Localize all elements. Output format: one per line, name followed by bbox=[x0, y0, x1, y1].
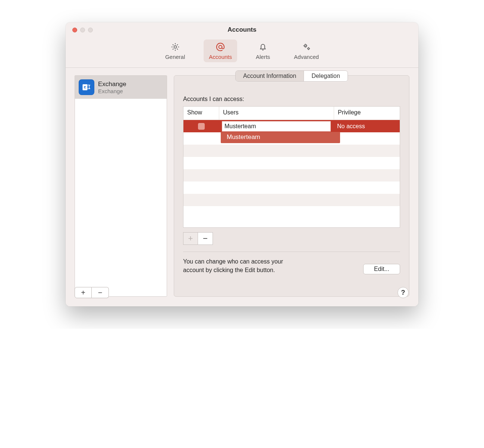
edit-hint-text: You can change who can access your accou… bbox=[183, 257, 283, 274]
delegate-add-remove: + − bbox=[183, 232, 400, 245]
tab-advanced[interactable]: Advanced bbox=[289, 40, 324, 62]
svg-point-3 bbox=[308, 48, 309, 49]
table-row[interactable]: No access bbox=[183, 120, 400, 132]
account-add-remove: + − bbox=[75, 287, 109, 298]
at-sign-icon bbox=[214, 42, 226, 52]
tab-alerts-label: Alerts bbox=[256, 54, 270, 60]
table-row[interactable] bbox=[183, 157, 400, 169]
edit-hint-text-line2: account by clicking the Edit button. bbox=[183, 267, 275, 273]
tab-alerts[interactable]: Alerts bbox=[251, 40, 275, 62]
account-item-exchange[interactable]: E Exchange Exchange bbox=[75, 76, 167, 99]
account-item-text: Exchange Exchange bbox=[98, 81, 126, 94]
delegate-access-table: Show Users Privilege No access bbox=[183, 106, 400, 228]
column-privilege[interactable]: Privilege bbox=[334, 107, 400, 120]
tab-accounts-label: Accounts bbox=[209, 54, 232, 60]
segmented-control: Account Information Delegation bbox=[235, 70, 348, 82]
help-button[interactable]: ? bbox=[397, 287, 409, 298]
user-search-input[interactable] bbox=[222, 121, 331, 132]
show-checkbox-cell bbox=[183, 123, 219, 130]
table-row[interactable] bbox=[183, 169, 400, 182]
delegation-panel: Account Information Delegation Accounts … bbox=[174, 75, 409, 297]
table-row[interactable] bbox=[183, 194, 400, 206]
column-show[interactable]: Show bbox=[183, 107, 219, 120]
preferences-window: Accounts General Accounts bbox=[66, 22, 418, 306]
preferences-toolbar: General Accounts Alerts bbox=[66, 37, 418, 68]
table-row[interactable] bbox=[183, 182, 400, 194]
window-titlebar: Accounts bbox=[66, 22, 418, 37]
window-title: Accounts bbox=[66, 26, 418, 34]
table-row[interactable] bbox=[183, 206, 400, 218]
gear-icon bbox=[169, 42, 181, 52]
bell-icon bbox=[257, 42, 269, 52]
remove-account-button[interactable]: − bbox=[92, 287, 109, 298]
accounts-sidebar: E Exchange Exchange bbox=[75, 75, 167, 297]
gears-icon bbox=[301, 42, 312, 52]
exchange-icon: E bbox=[79, 79, 94, 95]
tab-advanced-label: Advanced bbox=[294, 54, 319, 60]
account-name: Exchange bbox=[98, 81, 126, 88]
preferences-body: E Exchange Exchange Account Information … bbox=[66, 68, 418, 306]
accounts-i-can-access-label: Accounts I can access: bbox=[183, 96, 400, 102]
svg-point-1 bbox=[219, 45, 222, 49]
sidebar-empty bbox=[75, 99, 167, 296]
tab-general[interactable]: General bbox=[160, 40, 190, 62]
edit-button[interactable]: Edit... bbox=[363, 264, 400, 274]
privilege-cell: No access bbox=[334, 123, 400, 130]
remove-delegate-button[interactable]: − bbox=[198, 232, 213, 245]
tab-accounts[interactable]: Accounts bbox=[204, 40, 237, 62]
table-header: Show Users Privilege bbox=[183, 107, 400, 120]
svg-point-0 bbox=[174, 46, 176, 48]
account-subtitle: Exchange bbox=[98, 88, 126, 94]
table-row[interactable] bbox=[183, 145, 400, 157]
column-users[interactable]: Users bbox=[219, 107, 334, 120]
panel-footer: You can change who can access your accou… bbox=[183, 257, 400, 274]
users-cell bbox=[219, 121, 334, 132]
show-checkbox[interactable] bbox=[198, 123, 205, 130]
tab-delegation[interactable]: Delegation bbox=[304, 71, 348, 81]
add-delegate-button[interactable]: + bbox=[183, 232, 198, 245]
svg-text:E: E bbox=[84, 85, 87, 89]
add-account-button[interactable]: + bbox=[75, 287, 92, 298]
divider bbox=[183, 252, 400, 252]
tab-account-information[interactable]: Account Information bbox=[236, 71, 304, 81]
autocomplete-suggestion[interactable]: Musterteam bbox=[221, 132, 340, 143]
edit-hint-text-line1: You can change who can access your bbox=[183, 258, 283, 265]
tab-general-label: General bbox=[165, 54, 185, 60]
